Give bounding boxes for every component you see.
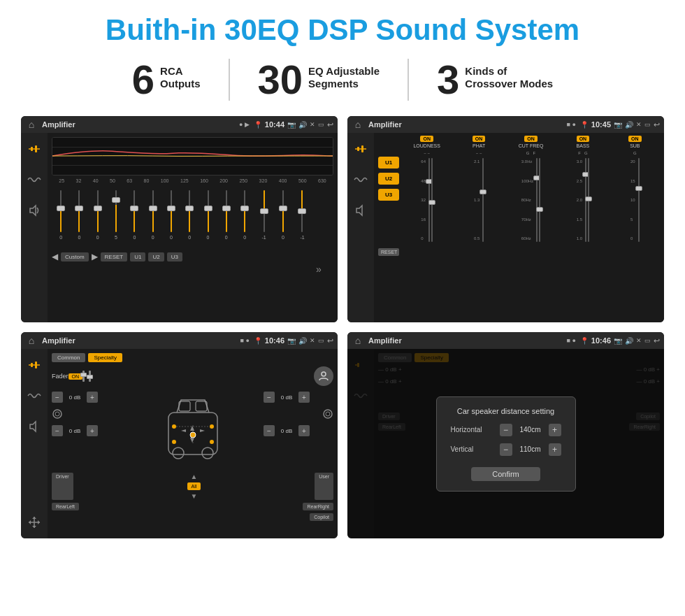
fader-bl-minus[interactable]: − (52, 425, 63, 436)
eq-slider-11[interactable]: -1 (261, 190, 266, 246)
screen-eq: ⌂ Amplifier ● ▶ 📍 10:44 📷 🔊 ✕ ▭ ↩ (21, 116, 338, 322)
dialog-confirm-button[interactable]: Confirm (471, 467, 540, 481)
eq-sidebar-speaker[interactable] (25, 201, 43, 220)
dsp-sidebar-wave[interactable] (352, 171, 370, 189)
eq-u1-btn[interactable]: U1 (130, 252, 145, 262)
eq-time: 10:44 (265, 120, 284, 129)
fader-btn-user[interactable]: User (315, 473, 333, 500)
loudness-slider2[interactable] (431, 158, 433, 242)
eq-slider-12[interactable]: 0 (282, 190, 284, 246)
prev-arrow[interactable]: ◀ (52, 252, 58, 262)
signal-icon-dist: ✕ (636, 337, 642, 344)
back-icon-dist[interactable]: ↩ (654, 336, 660, 345)
eq-slider-2[interactable]: 0 (96, 190, 99, 246)
fader-tl-minus[interactable]: − (52, 392, 63, 403)
fader-btn-rearleft[interactable]: RearLeft (52, 503, 79, 510)
fader-sidebar-eq[interactable] (25, 356, 43, 374)
distance-dialog: Car speaker distance setting Horizontal … (436, 396, 576, 492)
fader-br-value: 0 dB (277, 428, 296, 434)
status-icons-eq: 📍 10:44 📷 🔊 ✕ ▭ ↩ (254, 120, 333, 129)
next-arrow[interactable]: ▶ (92, 252, 98, 262)
dsp-preset-u1[interactable]: U1 (378, 157, 399, 169)
fader-up-arrow[interactable]: ▲ (190, 473, 197, 480)
eq-slider-13[interactable]: -1 (300, 190, 304, 246)
fader-bl-plus[interactable]: + (87, 425, 98, 436)
eq-slider-7[interactable]: 0 (188, 190, 191, 246)
svg-point-24 (55, 412, 59, 416)
dsp-sub-sliders: 20 15 10 5 0 (610, 158, 660, 256)
dsp-preset-u2[interactable]: U2 (378, 173, 399, 185)
svg-point-30 (172, 424, 176, 429)
eq-slider-3[interactable]: 5 (115, 190, 117, 246)
home-icon-dsp[interactable]: ⌂ (352, 118, 364, 131)
fader-tl-plus[interactable]: + (87, 392, 98, 403)
dsp-sidebar-speaker[interactable] (352, 201, 370, 220)
fader-br-plus[interactable]: + (298, 425, 310, 436)
sub-slider1[interactable] (638, 158, 640, 242)
stat-eq-label: EQ Adjustable Segments (308, 59, 380, 90)
eq-graph (52, 137, 333, 176)
expand-arrow-eq[interactable]: » (316, 264, 322, 275)
volume-icon-fader: 🔊 (298, 337, 307, 345)
eq-custom-btn[interactable]: Custom (61, 252, 89, 262)
dsp-preset-u3[interactable]: U3 (378, 189, 399, 201)
eq-slider-5[interactable]: 0 (152, 190, 154, 246)
fader-btn-rearright[interactable]: RearRight (303, 503, 333, 510)
fader-tab-common[interactable]: Common (52, 353, 85, 362)
camera-icon-dsp: 📷 (614, 121, 622, 129)
fader-bl-value: 0 dB (65, 428, 85, 434)
fader-tab-specialty[interactable]: Specialty (88, 353, 122, 362)
fader-br-minus[interactable]: − (264, 425, 275, 436)
stats-row: 6 RCA Outputs 30 EQ Adjustable Segments … (21, 59, 664, 101)
eq-slider-6[interactable]: 0 (170, 190, 173, 246)
home-icon[interactable]: ⌂ (25, 118, 38, 131)
bass-slider2[interactable] (588, 158, 589, 242)
home-icon-fader[interactable]: ⌂ (25, 334, 38, 347)
back-icon-eq[interactable]: ↩ (327, 120, 333, 129)
stat-eq-line1: EQ Adjustable (308, 65, 380, 78)
cutfreq-slider2[interactable] (539, 158, 540, 242)
volume-icon-dist: 🔊 (625, 337, 633, 345)
dialog-horizontal-minus[interactable]: − (500, 424, 512, 436)
fader-sidebar-arrows[interactable] (25, 513, 43, 531)
phat-slider1[interactable] (482, 158, 484, 242)
home-icon-dist[interactable]: ⌂ (352, 334, 364, 347)
fader-label-text: Fader (52, 373, 68, 380)
back-icon-dsp[interactable]: ↩ (654, 120, 660, 129)
eq-slider-1[interactable]: 0 (78, 190, 80, 246)
eq-slider-8[interactable]: 0 (207, 190, 210, 246)
back-icon-fader[interactable]: ↩ (327, 336, 333, 345)
eq-u2-btn[interactable]: U2 (148, 252, 164, 262)
fader-sidebar-speaker[interactable] (25, 417, 43, 436)
eq-reset-btn[interactable]: RESET (101, 252, 128, 262)
dialog-vertical-plus[interactable]: + (549, 443, 561, 456)
dialog-vertical-label: Vertical (451, 445, 474, 453)
fader-sidebar-wave[interactable] (25, 387, 43, 405)
eq-slider-9[interactable]: 0 (225, 190, 228, 246)
page-wrapper: Buith-in 30EQ DSP Sound System 6 RCA Out… (0, 0, 685, 552)
fader-tr-plus[interactable]: + (298, 392, 310, 403)
eq-slider-10[interactable]: 0 (243, 190, 246, 246)
dsp-reset-btn[interactable]: RESET (378, 248, 399, 256)
fader-tr-minus[interactable]: − (264, 392, 275, 403)
fader-user-icon[interactable] (314, 366, 333, 386)
eq-u3-btn[interactable]: U3 (167, 252, 182, 262)
dialog-horizontal-plus[interactable]: + (549, 424, 561, 436)
dsp-time: 10:45 (591, 120, 611, 129)
eq-slider-0[interactable]: 0 (59, 190, 62, 246)
cutfreq-slider1[interactable] (536, 158, 538, 242)
eq-sidebar-eq[interactable] (25, 140, 43, 158)
fader-tr-control: − 0 dB + (264, 392, 333, 403)
eq-slider-4[interactable]: 0 (133, 190, 136, 246)
fader-btn-driver[interactable]: Driver (52, 473, 73, 500)
dsp-sliders-area: 64 48 32 16 0 (402, 158, 660, 256)
dialog-vertical-minus[interactable]: − (500, 443, 512, 456)
eq-sidebar-wave[interactable] (25, 171, 43, 189)
volume-icon: 🔊 (298, 121, 307, 129)
fader-btn-all[interactable]: All (187, 482, 201, 490)
dsp-sidebar-eq[interactable] (352, 140, 370, 158)
dsp-channels-area: ON LOUDNESS ~ ~ ON PHAT ~ ~ (402, 136, 660, 256)
fader-btn-copilot[interactable]: Copilot (310, 513, 333, 521)
signal-icon-fader: ✕ (310, 337, 315, 344)
fader-down-arrow[interactable]: ▼ (190, 492, 197, 500)
